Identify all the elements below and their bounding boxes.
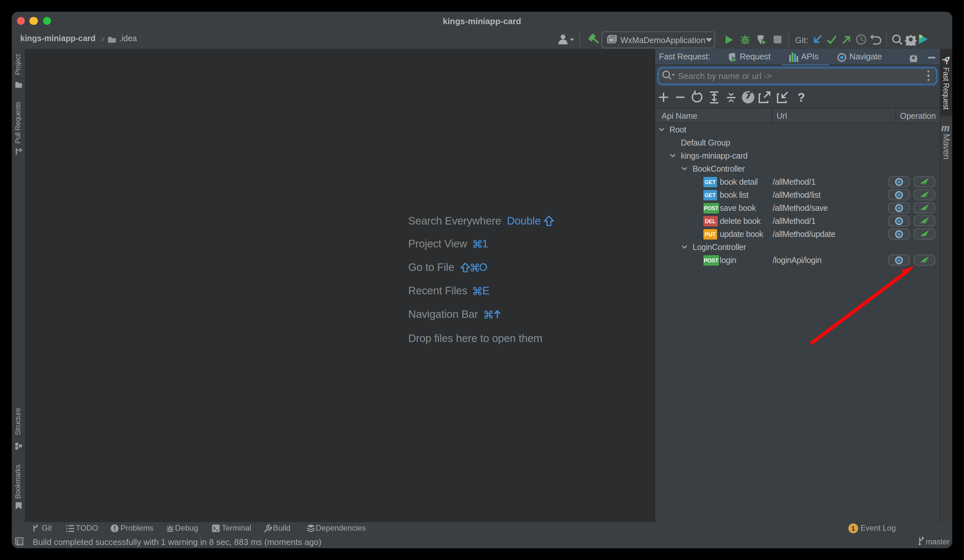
- svg-text:?: ?: [798, 90, 805, 104]
